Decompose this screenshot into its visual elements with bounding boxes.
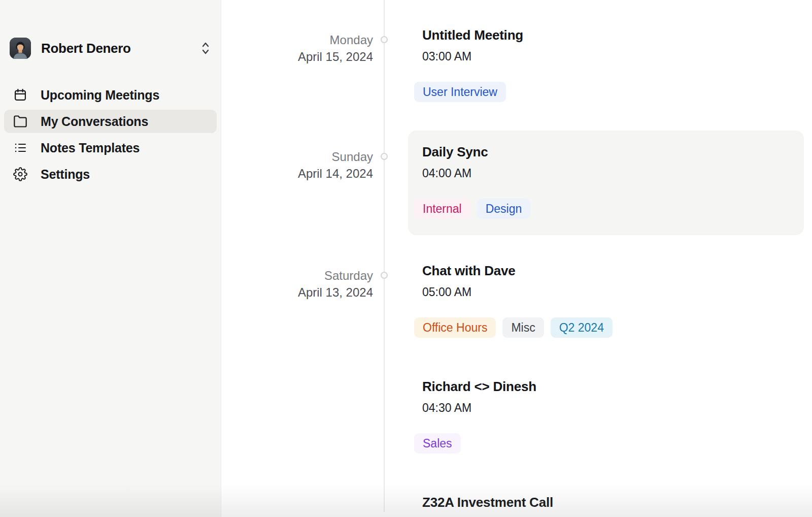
meetings-column: Daily Sync 04:00 AM InternalDesign — [384, 131, 812, 235]
meeting-title: Daily Sync — [414, 145, 796, 159]
meeting-title: Richard <> Dinesh — [414, 379, 812, 394]
date-label: April 13, 2024 — [222, 284, 373, 301]
tag-sales[interactable]: Sales — [414, 433, 461, 454]
sidebar: Robert Denero Upcoming Meetings My Conve… — [0, 0, 221, 517]
meeting-title: Z32A Investment Call — [414, 495, 812, 509]
day-name: Saturday — [222, 267, 373, 284]
tag-q2-2024[interactable]: Q2 2024 — [551, 317, 613, 338]
meeting-time: 04:00 AM — [414, 167, 796, 179]
meetings-column: Chat with Dave 05:00 AM Office HoursMisc… — [384, 264, 812, 509]
calendar-icon — [13, 88, 27, 102]
meeting-entry[interactable]: Chat with Dave 05:00 AM Office HoursMisc… — [414, 264, 812, 338]
sidebar-nav: Upcoming Meetings My Conversations Notes… — [4, 83, 217, 189]
meeting-tags: Office HoursMiscQ2 2024 — [414, 317, 812, 338]
timeline-day-group: Monday April 15, 2024 Untitled Meeting 0… — [222, 28, 812, 102]
user-name: Robert Denero — [41, 41, 131, 56]
date-label: April 14, 2024 — [222, 165, 373, 182]
sidebar-item-label: Notes Templates — [41, 141, 140, 155]
timeline: Monday April 15, 2024 Untitled Meeting 0… — [222, 0, 812, 517]
timeline-day-group: Saturday April 13, 2024 Chat with Dave 0… — [222, 264, 812, 509]
list-icon — [13, 141, 27, 155]
date-column: Monday April 15, 2024 — [222, 28, 384, 102]
avatar — [10, 38, 31, 59]
timeline-dot — [381, 36, 388, 43]
day-name: Monday — [222, 31, 373, 48]
sidebar-item-my-conversations[interactable]: My Conversations — [4, 110, 217, 133]
sidebar-item-label: My Conversations — [41, 114, 148, 129]
day-name: Sunday — [222, 148, 373, 165]
meetings-column: Untitled Meeting 03:00 AM User Interview — [384, 28, 812, 102]
tag-design[interactable]: Design — [477, 199, 531, 219]
meeting-time: 04:30 AM — [414, 402, 812, 414]
chevron-updown-icon[interactable] — [199, 41, 212, 56]
account-switcher[interactable]: Robert Denero — [10, 38, 212, 59]
date-column: Saturday April 13, 2024 — [222, 264, 384, 509]
folder-icon — [13, 114, 27, 128]
meeting-entry[interactable]: Daily Sync 04:00 AM InternalDesign — [408, 131, 804, 235]
tag-user-interview[interactable]: User Interview — [414, 82, 506, 102]
sidebar-item-settings[interactable]: Settings — [4, 163, 217, 186]
meeting-time: 05:00 AM — [414, 286, 812, 298]
meeting-entry[interactable]: Z32A Investment Call — [414, 495, 812, 509]
tag-office-hours[interactable]: Office Hours — [414, 317, 496, 338]
meeting-tags: Sales — [414, 433, 812, 454]
sidebar-item-label: Upcoming Meetings — [41, 88, 159, 103]
sidebar-item-upcoming-meetings[interactable]: Upcoming Meetings — [4, 83, 217, 107]
sidebar-item-notes-templates[interactable]: Notes Templates — [4, 136, 217, 159]
meeting-tags: InternalDesign — [414, 199, 796, 219]
timeline-dot — [381, 153, 388, 160]
gear-icon — [13, 167, 27, 181]
meeting-title: Chat with Dave — [414, 264, 812, 278]
meeting-entry[interactable]: Richard <> Dinesh 04:30 AM Sales — [414, 379, 812, 454]
conversations-panel: Monday April 15, 2024 Untitled Meeting 0… — [222, 0, 812, 517]
meeting-tags: User Interview — [414, 82, 812, 102]
meeting-entry[interactable]: Untitled Meeting 03:00 AM User Interview — [414, 28, 812, 102]
date-column: Sunday April 14, 2024 — [222, 131, 384, 235]
sidebar-item-label: Settings — [41, 167, 90, 182]
tag-internal[interactable]: Internal — [414, 199, 470, 219]
tag-misc[interactable]: Misc — [502, 317, 544, 338]
timeline-day-group: Sunday April 14, 2024 Daily Sync 04:00 A… — [222, 131, 812, 235]
meeting-time: 03:00 AM — [414, 50, 812, 62]
date-label: April 15, 2024 — [222, 48, 373, 65]
timeline-dot — [381, 272, 388, 279]
meeting-title: Untitled Meeting — [414, 28, 812, 42]
